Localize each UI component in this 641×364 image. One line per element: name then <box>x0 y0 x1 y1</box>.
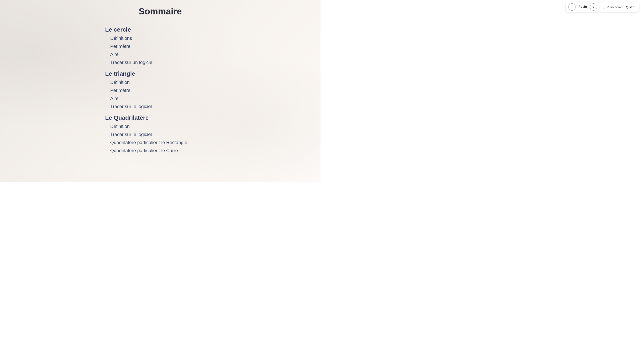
toc-container: Le cercle Définitions Périmètre Aire Tra… <box>105 22 215 155</box>
section-heading-cercle: Le cercle <box>105 26 215 33</box>
list-item[interactable]: Périmètre <box>105 42 215 50</box>
list-item[interactable]: Aire <box>105 50 215 58</box>
section-heading-triangle: Le triangle <box>105 70 215 77</box>
list-item[interactable]: Définitions <box>105 34 215 42</box>
list-item[interactable]: Définition <box>105 122 215 130</box>
list-item[interactable]: Définition <box>105 78 215 86</box>
list-item[interactable]: Quadrilatère particulier : le Rectangle <box>105 138 215 146</box>
list-item[interactable]: Tracer sur le logiciel <box>105 130 215 138</box>
main-content: Sommaire Le cercle Définitions Périmètre… <box>0 0 321 182</box>
list-item[interactable]: Périmètre <box>105 86 215 94</box>
list-item[interactable]: Aire <box>105 94 215 102</box>
section-heading-quadrilatere: Le Quadrilatère <box>105 114 215 121</box>
page-title: Sommaire <box>139 6 182 16</box>
list-item[interactable]: Tracer sur le logiciel <box>105 102 215 110</box>
list-item[interactable]: Quadrilatère particulier : le Carré <box>105 146 215 155</box>
list-item[interactable]: Tracer sur un logiciel <box>105 58 215 66</box>
